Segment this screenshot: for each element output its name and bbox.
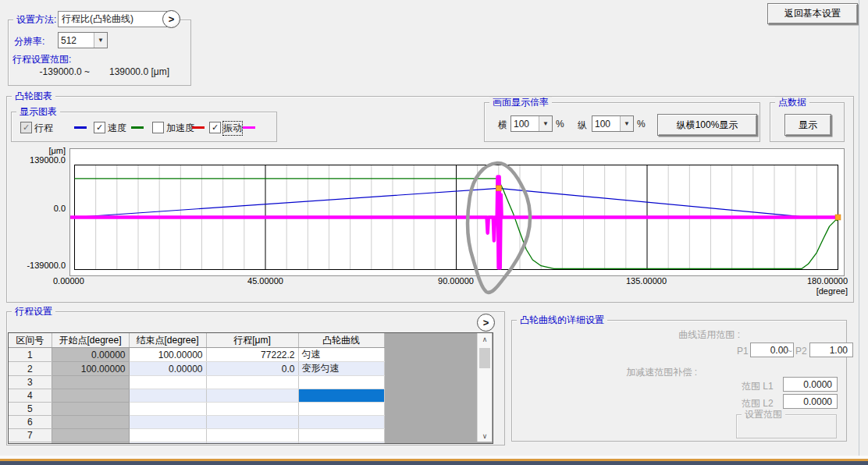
table-cell-curve[interactable] <box>298 442 384 445</box>
table-cell-stroke[interactable] <box>206 389 298 403</box>
table-cell-end[interactable]: 100.00000 <box>129 348 206 362</box>
stroke-table-container: 区间号开始点[degree]结束点[degree]行程[μm]凸轮曲线 10.0… <box>8 332 493 444</box>
scroll-up-icon[interactable]: ∧ <box>478 333 492 345</box>
table-row: 7 <box>9 429 384 442</box>
table-cell-curve[interactable]: 变形匀速 <box>298 362 384 376</box>
table-cell-start[interactable] <box>52 376 129 389</box>
x-axis-tick: 45.00000 <box>242 276 289 286</box>
table-body: 10.00000100.0000077222.2匀速2100.000000.00… <box>9 348 384 445</box>
resolution-combobox[interactable]: 512 ▼ <box>58 32 108 48</box>
display-加速度-checkbox[interactable] <box>152 122 164 133</box>
table-cell-curve[interactable]: 匀速 <box>298 348 384 362</box>
p2-label: P2 <box>795 346 807 357</box>
method-expand-button[interactable]: > <box>162 10 180 28</box>
fit-100-percent-button[interactable]: 纵横100%显示 <box>657 114 757 136</box>
table-cell-end[interactable] <box>129 416 206 429</box>
table-cell-no[interactable]: 6 <box>9 416 52 429</box>
table-cell-end[interactable] <box>129 389 206 403</box>
table-cell-curve[interactable] <box>298 416 384 429</box>
table-cell-end[interactable] <box>129 429 206 442</box>
table-cell-curve[interactable] <box>298 429 384 442</box>
table-cell-stroke[interactable] <box>206 416 298 429</box>
table-cell-no[interactable]: 1 <box>9 348 52 362</box>
x-axis-tick: 0.00000 <box>53 276 100 286</box>
x-axis-tick: 180.00000 <box>795 276 848 286</box>
scroll-down-icon[interactable]: ∨ <box>478 430 492 442</box>
stroke-settings-caption: 行程设置 <box>12 306 55 317</box>
table-cell-stroke[interactable]: 77222.2 <box>206 348 298 362</box>
table-cell-end[interactable]: 0.00000 <box>129 362 206 376</box>
table-cell-no[interactable] <box>9 442 52 445</box>
vertical-zoom-unit: % <box>637 119 646 130</box>
display-振动-label: 振动 <box>223 122 242 135</box>
legend-line-sample-icon <box>74 126 87 129</box>
stroke-table-expand-button[interactable]: > <box>477 314 495 332</box>
table-header-cell[interactable]: 凸轮曲线 <box>298 333 384 348</box>
x-axis-unit: [degree] <box>795 286 848 296</box>
table-cell-stroke[interactable] <box>206 429 298 442</box>
table-cell-start[interactable]: 0.00000 <box>52 348 129 362</box>
table-row: 6 <box>9 416 384 429</box>
table-row: 5 <box>9 403 384 416</box>
display-振动-checkbox[interactable]: ✓ <box>209 122 221 133</box>
table-cell-start[interactable]: 100.00000 <box>52 362 129 376</box>
table-cell-start[interactable] <box>52 416 129 429</box>
display-加速度-label: 加速度 <box>166 122 194 135</box>
table-cell-no[interactable]: 4 <box>9 389 52 403</box>
vertical-zoom-combobox[interactable]: 100 ▼ <box>592 115 634 132</box>
setting-method-field[interactable]: 行程比(凸轮曲线) <box>58 11 167 27</box>
table-cell-no[interactable]: 7 <box>9 429 52 442</box>
vertical-zoom-label: 纵 <box>578 119 587 132</box>
y-axis-tick-max: 139000.0 <box>11 155 66 165</box>
chevron-right-icon: > <box>169 13 175 25</box>
window-right-edge <box>859 0 859 456</box>
table-cell-stroke[interactable] <box>206 403 298 416</box>
horizontal-zoom-value: 100 <box>511 116 539 131</box>
setting-method-caption: 设置方法: <box>13 14 59 25</box>
table-header-cell[interactable]: 结束点[degree] <box>129 333 206 348</box>
table-cell-curve[interactable] <box>298 376 384 389</box>
set-range-group: 设置范围 <box>736 414 837 438</box>
display-行程-checkbox[interactable]: ✓ <box>20 122 32 133</box>
setting-method-value: 行程比(凸轮曲线) <box>62 12 133 26</box>
table-scrollbar[interactable]: ∧ ∨ <box>477 333 492 442</box>
cam-chart-caption: 凸轮图表 <box>12 91 55 101</box>
point-data-show-button[interactable]: 显示 <box>784 114 831 136</box>
stroke-range-min: -139000.0 ~ <box>16 66 90 77</box>
p2-field[interactable]: 1.00 <box>809 343 853 357</box>
resolution-label: 分辨率: <box>14 35 44 48</box>
accel-comp-label: 加减速范围补偿 : <box>503 366 697 379</box>
table-cell-start[interactable] <box>52 429 129 442</box>
dropdown-arrow-icon[interactable]: ▼ <box>94 33 107 48</box>
table-cell-start[interactable] <box>52 403 129 416</box>
table-header-cell[interactable]: 区间号 <box>9 333 52 348</box>
back-to-basic-settings-button[interactable]: 返回基本设置 <box>767 3 858 24</box>
dropdown-arrow-icon[interactable]: ▼ <box>620 116 633 131</box>
table-cell-stroke[interactable] <box>206 442 298 445</box>
display-速度-checkbox[interactable]: ✓ <box>94 122 105 133</box>
table-cell-no[interactable]: 3 <box>9 376 52 389</box>
horizontal-zoom-unit: % <box>556 119 564 130</box>
table-header-cell[interactable]: 行程[μm] <box>206 333 298 348</box>
table-cell-no[interactable]: 5 <box>9 403 52 416</box>
table-cell-stroke[interactable] <box>206 376 298 389</box>
table-cell-start[interactable] <box>52 389 129 403</box>
dropdown-arrow-icon[interactable]: ▼ <box>539 116 552 131</box>
table-header-cell[interactable]: 开始点[degree] <box>52 333 129 348</box>
table-cell-start[interactable] <box>52 442 129 445</box>
table-row <box>9 442 384 445</box>
range-l1-field[interactable]: 0.0000 <box>783 377 838 392</box>
table-cell-end[interactable] <box>129 403 206 416</box>
horizontal-zoom-combobox[interactable]: 100 ▼ <box>510 115 553 132</box>
table-cell-curve[interactable] <box>298 403 384 416</box>
table-cell-end[interactable] <box>129 376 206 389</box>
range-l2-field[interactable]: 0.0000 <box>783 394 838 409</box>
range-l1-label: 范围 L1 <box>742 380 774 393</box>
scrollbar-thumb[interactable] <box>479 348 490 368</box>
p-range-tilde: ~ <box>787 346 792 357</box>
table-cell-end[interactable] <box>129 442 206 445</box>
table-cell-stroke[interactable]: 0.0 <box>206 362 298 376</box>
table-cell-no[interactable]: 2 <box>9 362 52 376</box>
table-cell-curve[interactable] <box>298 389 384 403</box>
chart-canvas[interactable] <box>69 148 845 276</box>
